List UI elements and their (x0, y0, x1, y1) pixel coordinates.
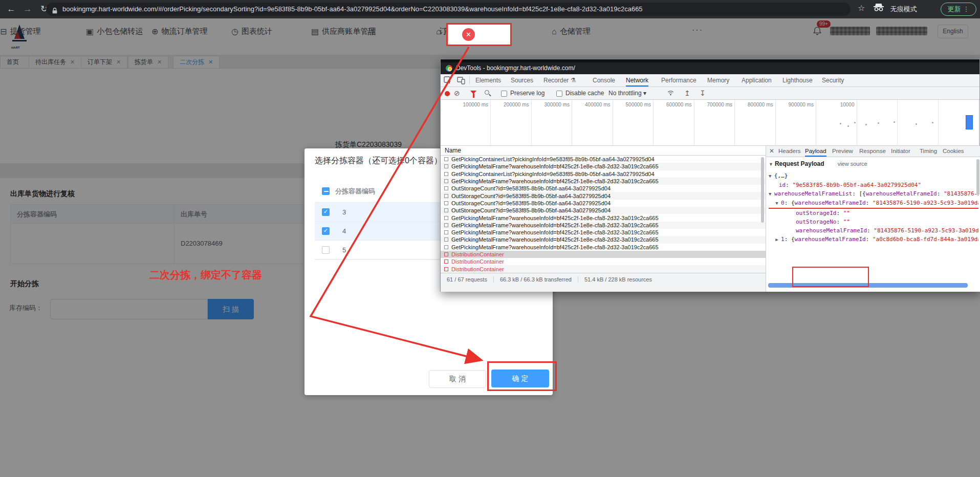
request-doc-icon (444, 245, 448, 249)
details-tab[interactable]: Initiator (891, 146, 910, 157)
request-list-scrollbar[interactable] (761, 157, 764, 223)
export-har-icon[interactable]: ↧ (700, 89, 706, 97)
close-icon[interactable]: ✕ (769, 147, 774, 155)
request-details-panel: ✕ HeadersPayloadPreviewResponseInitiator… (766, 146, 980, 292)
request-name: GetPickingContainerList?pickingInfoId=9e… (451, 171, 655, 177)
browser-update-button[interactable]: 更新⋮ (941, 3, 976, 16)
details-tab[interactable]: Timing (920, 146, 937, 157)
request-row[interactable]: OutStorageCount?id=9e583f85-8b9b-05bf-aa… (441, 200, 766, 207)
details-tab[interactable]: Payload (805, 146, 826, 157)
request-doc-icon (444, 194, 448, 198)
ruler-label (939, 100, 979, 146)
record-icon[interactable] (445, 91, 450, 96)
payload-line[interactable]: outStorageNo: "" (769, 218, 978, 226)
chevron-down-icon: ▾ (643, 90, 646, 97)
forward-icon[interactable]: → (20, 2, 35, 16)
payload-line[interactable]: ▼ warehouseMetalFrameList: [{warehouseMe… (769, 189, 978, 199)
details-tab[interactable]: Preview (832, 146, 853, 157)
request-row[interactable]: OutStorageCount?id=9e583f85-8b9b-05bf-aa… (441, 185, 766, 192)
payload-line[interactable]: ▼ {,…} (769, 171, 978, 181)
details-tab[interactable]: Response (859, 146, 886, 157)
request-row[interactable]: GetPickingMetalFrame?warehouseInfoId=bf4… (441, 163, 766, 170)
chrome-icon (446, 65, 452, 72)
row-checkbox[interactable] (322, 246, 330, 254)
devtools-tab[interactable]: Security (822, 74, 844, 86)
request-row[interactable]: DistributionContainer (441, 258, 766, 265)
payload-line[interactable]: outStorageId: "" (769, 209, 978, 218)
request-row[interactable]: OutStorageCount?id=9e583f85-8b9b-05bf-aa… (441, 207, 766, 214)
browser-menu-icon[interactable]: ⋮ (963, 5, 970, 13)
request-row[interactable]: GetPickingMetalFrame?warehouseInfoId=bf4… (441, 222, 766, 229)
network-conditions-icon[interactable] (667, 89, 674, 98)
payload-hscrollbar[interactable] (768, 283, 968, 288)
ruler-label: 700000 ms (694, 100, 735, 146)
devtools-tab[interactable]: Network (626, 74, 648, 86)
devtools-titlebar: DevTools - bookingmgr.hart-worldwide.com… (441, 62, 979, 74)
ruler-label: 900000 ms (776, 100, 817, 146)
request-name: DistributionContainer (451, 266, 504, 272)
request-doc-icon (444, 172, 448, 176)
request-row[interactable]: DistributionContainer (441, 265, 766, 272)
ruler-label: 500000 ms (613, 100, 654, 146)
container-code: 3 (335, 208, 346, 216)
disable-cache-checkbox[interactable] (556, 91, 562, 97)
devtools-tab[interactable]: Console (593, 74, 615, 86)
ruler-label: 100000 ms (441, 100, 491, 146)
request-doc-icon (444, 201, 448, 205)
request-doc-icon (444, 267, 448, 271)
filter-icon[interactable] (470, 91, 476, 94)
url-bar[interactable]: bookingmgr.hart-worldwide.com/#/orderPic… (46, 3, 851, 16)
name-column-header[interactable]: Name (441, 146, 766, 156)
request-row[interactable]: GetPickingMetalFrame?warehouseInfoId=bf4… (441, 214, 766, 221)
payload-line[interactable]: id: "9e583f85-8b9b-05bf-aa64-3a0279925d0… (769, 181, 978, 189)
request-row[interactable]: GetPickingMetalFrame?warehouseInfoId=bf4… (441, 178, 766, 185)
request-row[interactable]: OutStorageCount?id=9e583f85-8b9b-05bf-aa… (441, 192, 766, 199)
confirm-button[interactable]: 确 定 (491, 370, 549, 387)
details-tabbar: ✕ HeadersPayloadPreviewResponseInitiator… (766, 146, 980, 157)
incognito-indicator: 无痕模式 (873, 2, 917, 16)
devtools-tab[interactable]: Memory (707, 74, 729, 86)
row-checkbox[interactable] (322, 227, 330, 235)
request-row[interactable]: GetPickingMetalFrame?warehouseInfoId=bf4… (441, 229, 766, 236)
network-overview-strip: 100000 ms200000 ms300000 ms400000 ms5000… (441, 100, 979, 146)
row-checkbox[interactable] (322, 208, 330, 216)
status-item: 51.4 kB / 228 kB resources (578, 276, 658, 283)
request-name: GetPickingMetalFrame?warehouseInfoId=bf4… (451, 222, 659, 228)
clear-icon[interactable]: ⊘ (454, 89, 460, 97)
request-row[interactable]: GetPickingMetalFrame?warehouseInfoId=bf4… (441, 244, 766, 251)
request-row[interactable]: GetPickingMetalFrame?warehouseInfoId=bf4… (441, 236, 766, 243)
payload-vscrollbar[interactable] (976, 159, 979, 195)
overview-mark (840, 123, 841, 124)
search-icon[interactable] (485, 90, 489, 95)
payload-line[interactable]: warehouseMetalFrameId: "81435876-5190-a9… (769, 226, 978, 235)
device-toolbar-icon[interactable] (457, 76, 466, 85)
dialog-col-label: 分拣容器编码 (335, 187, 375, 196)
back-icon[interactable]: ← (4, 2, 18, 16)
view-source-link[interactable]: view source (838, 161, 867, 167)
ruler-label: 600000 ms (654, 100, 694, 146)
payload-line[interactable]: ▼ 0: {warehouseMetalFrameId: "81435876-5… (769, 199, 978, 209)
request-row[interactable]: DistributionContainer (441, 251, 766, 258)
request-row[interactable]: GetPickingContainerList?pickingInfoId=9e… (441, 170, 766, 178)
overview-mark (894, 121, 895, 123)
throttling-select[interactable]: No throttling ▾ (608, 90, 646, 97)
details-tab[interactable]: Headers (778, 146, 800, 157)
devtools-tab[interactable]: Lighthouse (782, 74, 813, 86)
request-name: GetPickingMetalFrame?warehouseInfoId=bf4… (451, 229, 659, 235)
status-item: 61 / 67 requests (441, 276, 494, 283)
devtools-tab[interactable]: Performance (661, 74, 696, 86)
cancel-button[interactable]: 取 消 (429, 370, 486, 388)
bookmark-star-icon[interactable]: ☆ (858, 3, 865, 13)
inspect-element-icon[interactable] (444, 76, 453, 85)
request-payload-section[interactable]: ▼Request Payloadview source (769, 160, 867, 167)
devtools-tab[interactable]: Elements (475, 74, 501, 86)
details-tab[interactable]: Cookies (943, 146, 964, 157)
payload-line[interactable]: ▶ 1: {warehouseMetalFrameId: "a0c8d6b0-b… (769, 235, 978, 244)
devtools-tab[interactable]: Application (742, 74, 772, 86)
request-row[interactable]: GetPickingContainerList?pickingInfoId=9e… (441, 156, 766, 163)
devtools-tab[interactable]: Recorder ⚗ (543, 74, 576, 86)
select-all-checkbox[interactable] (322, 187, 330, 195)
import-har-icon[interactable]: ↥ (684, 89, 690, 97)
devtools-tab[interactable]: Sources (511, 74, 533, 86)
preserve-log-checkbox[interactable] (501, 91, 507, 97)
